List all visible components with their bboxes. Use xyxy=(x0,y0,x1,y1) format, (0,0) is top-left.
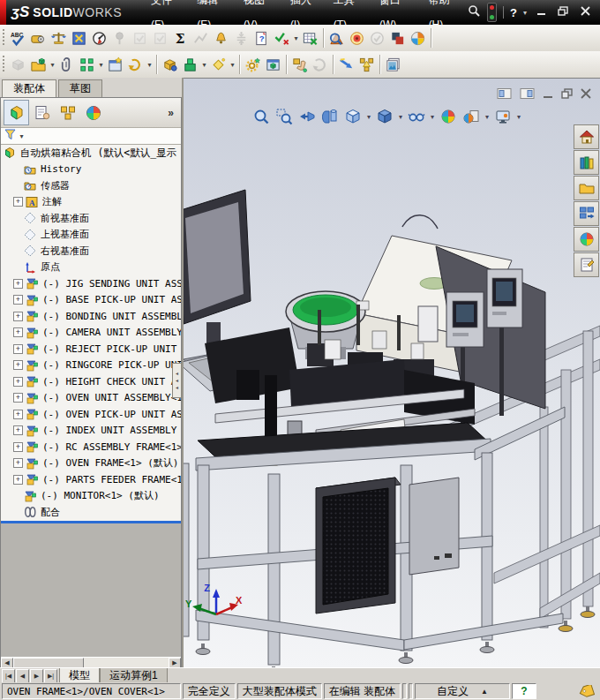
status-help-button[interactable]: ? xyxy=(512,683,536,699)
tree-item-3[interactable]: +A注解 xyxy=(1,194,181,211)
section-display-icon[interactable] xyxy=(347,27,367,49)
assembly-features-icon[interactable] xyxy=(180,54,200,75)
smart-components-icon[interactable] xyxy=(243,54,263,75)
mass-properties-icon[interactable] xyxy=(49,27,69,49)
tree-item-2[interactable]: 传感器 xyxy=(1,177,181,194)
next-tab-button[interactable]: ▶ xyxy=(30,669,43,683)
view-settings-icon[interactable] xyxy=(492,106,514,127)
display-style-icon[interactable] xyxy=(374,106,395,127)
help-button[interactable]: ? xyxy=(510,6,517,19)
expand-toggle[interactable]: + xyxy=(13,425,23,435)
previous-view-icon[interactable] xyxy=(296,106,318,127)
tree-item-7[interactable]: 原点 xyxy=(1,260,181,276)
toolbar-dropdown-arrow[interactable]: ▾ xyxy=(292,34,300,42)
window-close-button[interactable] xyxy=(577,6,593,19)
tree-item-1[interactable]: History xyxy=(1,162,181,178)
tree-item-0[interactable]: 自动烘箱粘合机 (默认<默认_显示 xyxy=(1,145,181,162)
render-preview-icon[interactable] xyxy=(326,27,347,49)
zoom-to-area-icon[interactable] xyxy=(274,106,295,127)
expand-toggle[interactable]: + xyxy=(13,197,23,207)
tab-assembly[interactable]: 装配体 xyxy=(2,79,56,97)
performance-traffic-light-icon[interactable] xyxy=(487,3,497,22)
toolbar-grip[interactable] xyxy=(3,56,4,73)
expand-toggle[interactable]: + xyxy=(13,360,23,370)
prev-tab-button[interactable]: ◀ xyxy=(16,669,29,683)
first-tab-button[interactable]: |◀ xyxy=(2,669,15,683)
tree-item-10[interactable]: +(-) BONDING UNIT ASSEMBLY<1> xyxy=(1,308,181,325)
tree-item-5[interactable]: 上视基准面 xyxy=(1,227,181,244)
smart-fasteners-icon[interactable] xyxy=(105,54,125,75)
view-orientation-icon[interactable] xyxy=(342,106,364,127)
expand-toggle[interactable]: + xyxy=(13,410,23,419)
tree-item-21[interactable]: (-) MONITOR<1> (默认) xyxy=(1,488,181,505)
tree-item-6[interactable]: 右视基准面 xyxy=(1,243,181,260)
verification-icon[interactable] xyxy=(272,27,292,49)
tree-flyout-handle[interactable]: ◂◂◂ xyxy=(172,363,182,398)
snapshot-icon[interactable] xyxy=(383,54,403,75)
tree-item-20[interactable]: +(-) PARTS FEEDER FRAME<1> xyxy=(1,471,181,488)
tab-sketch[interactable]: 草图 xyxy=(58,79,102,97)
features-dropdown-arrow[interactable]: ▾ xyxy=(200,61,208,69)
design-library-icon[interactable] xyxy=(574,150,599,175)
measure-icon[interactable] xyxy=(28,27,49,49)
pattern-dropdown-arrow[interactable]: ▾ xyxy=(97,61,105,69)
configuration-manager-icon[interactable] xyxy=(55,100,80,125)
property-manager-icon[interactable] xyxy=(29,100,55,125)
resources-home-icon[interactable] xyxy=(574,124,599,149)
appearance-sphere-icon[interactable] xyxy=(408,27,428,49)
section-view-icon[interactable] xyxy=(319,106,341,127)
expand-toggle[interactable]: + xyxy=(13,475,23,485)
zoom-to-fit-icon[interactable] xyxy=(251,106,272,127)
tree-item-15[interactable]: +(-) OVEN UNIT ASSEMBLY<1> xyxy=(1,390,181,407)
expand-toggle[interactable]: + xyxy=(13,344,23,354)
performance-evaluation-icon[interactable] xyxy=(89,27,109,49)
tree-item-11[interactable]: +(-) CAMERA UNIT ASSEMBLY<1> xyxy=(1,325,181,342)
insert-from-file-icon[interactable] xyxy=(28,54,49,75)
doc-close-button[interactable] xyxy=(581,88,591,99)
search-commands-icon[interactable] xyxy=(468,4,481,20)
apply-scene-dropdown[interactable]: ▾ xyxy=(484,113,491,121)
expand-toggle[interactable]: + xyxy=(13,377,23,387)
check-entity-icon[interactable] xyxy=(211,27,231,49)
doc-restore-button[interactable] xyxy=(561,88,573,99)
display-manager-icon[interactable] xyxy=(80,100,106,125)
statistics-icon[interactable] xyxy=(69,27,89,49)
tree-item-13[interactable]: +(-) RINGCORE PICK-UP UNIT A xyxy=(1,358,181,374)
design-table-icon[interactable] xyxy=(300,27,320,49)
hide-show-items-icon[interactable] xyxy=(406,106,427,127)
window-display-icon[interactable] xyxy=(263,54,283,75)
expand-toggle[interactable]: + xyxy=(13,442,23,452)
new-smart-part-icon[interactable] xyxy=(208,54,229,75)
expand-toggle[interactable]: + xyxy=(13,295,23,305)
explode-line-sketch-icon[interactable] xyxy=(336,54,356,75)
expand-toggle[interactable]: + xyxy=(13,393,23,403)
tree-item-8[interactable]: +(-) JIG SENDING UNIT ASSEMBL xyxy=(1,275,181,292)
expand-toggle[interactable]: + xyxy=(13,327,23,337)
tag-icon[interactable] xyxy=(575,683,598,699)
custom-properties-icon[interactable] xyxy=(574,252,599,277)
spell-check-icon[interactable]: ABC xyxy=(8,27,28,49)
file-explorer-icon[interactable] xyxy=(574,176,599,200)
tree-item-19[interactable]: +(-) OVEN FRAME<1> (默认) xyxy=(1,455,181,472)
smart-part-dropdown-arrow[interactable]: ▾ xyxy=(229,61,236,69)
import-diagnostics-icon[interactable]: ? xyxy=(251,27,272,49)
move-component-icon[interactable] xyxy=(289,54,310,75)
apply-scene-icon[interactable] xyxy=(461,106,482,127)
panel-expand-chevron[interactable]: » xyxy=(168,107,174,119)
pane-right-button[interactable] xyxy=(520,87,535,100)
3d-model[interactable]: Z Y X xyxy=(184,79,600,668)
exploded-view-icon[interactable] xyxy=(356,54,377,75)
tree-item-17[interactable]: +(-) INDEX UNIT ASSEMBLY (L xyxy=(1,423,181,440)
tree-item-12[interactable]: +(-) REJECT PICK-UP UNIT ASSE xyxy=(1,341,181,358)
tree-item-4[interactable]: 前视基准面 xyxy=(1,210,181,227)
window-restore-button[interactable] xyxy=(555,6,571,19)
display-style-dropdown[interactable]: ▾ xyxy=(397,113,404,121)
window-minimize-button[interactable] xyxy=(533,6,549,19)
mate-icon[interactable] xyxy=(56,54,77,75)
pane-left-button[interactable] xyxy=(497,87,512,100)
graphics-viewport[interactable]: Z Y X ▾ ▾ ▾ ▾ xyxy=(184,78,600,668)
appearances-scenes-icon[interactable] xyxy=(574,227,599,252)
tree-item-22[interactable]: 配合 xyxy=(1,504,181,521)
feature-manager-icon[interactable] xyxy=(4,100,29,125)
help-dropdown-arrow[interactable]: ▾ xyxy=(523,9,527,17)
